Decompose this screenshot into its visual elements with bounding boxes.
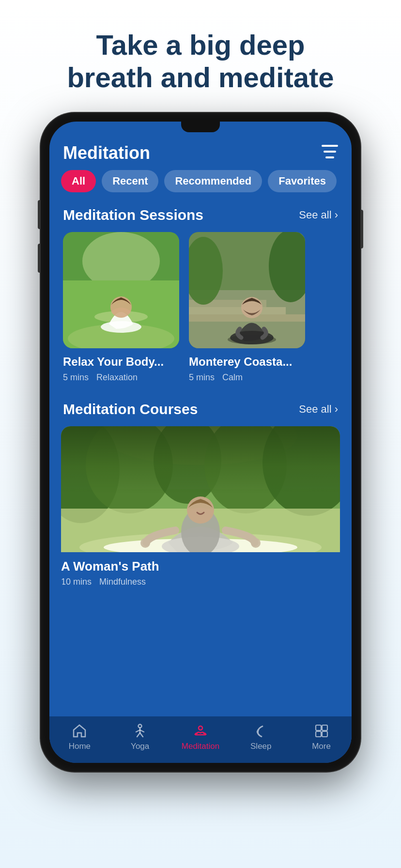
phone-screen: Meditation All Recent Recommended Favor [49, 122, 352, 763]
bottom-nav: Home Yoga [49, 716, 352, 763]
session-2-duration: 5 mins [189, 372, 215, 383]
svg-point-33 [251, 538, 261, 548]
svg-point-8 [101, 321, 141, 333]
session-thumb-2 [189, 232, 305, 348]
svg-point-37 [199, 726, 202, 730]
nav-meditation[interactable]: Meditation [179, 723, 222, 751]
filter-tab-favorites[interactable]: Favorites [268, 170, 337, 192]
session-card-1[interactable]: Relax Your Body... 5 mins Relaxation [63, 232, 179, 382]
courses-header: Meditation Courses See all › [49, 401, 352, 426]
course-info-1: A Woman's Path 10 mins Mindfulness [61, 552, 340, 589]
session-thumb-1 [63, 232, 179, 348]
courses-section: Meditation Courses See all › [49, 394, 352, 589]
nav-sleep[interactable]: Sleep [239, 723, 283, 751]
course-1-duration: 10 mins [61, 577, 92, 587]
session-2-name: Monterey Coasta... [189, 354, 305, 369]
session-1-duration: 5 mins [63, 372, 89, 383]
sessions-title: Meditation Sessions [63, 207, 203, 223]
session-1-tag: Relaxation [96, 372, 138, 383]
phone-frame: Meditation All Recent Recommended Favor [41, 113, 360, 772]
svg-rect-39 [322, 725, 327, 730]
session-card-2[interactable]: Monterey Coasta... 5 mins Calm [189, 232, 305, 382]
svg-rect-0 [322, 145, 338, 147]
course-1-name: A Woman's Path [61, 559, 340, 574]
session-1-name: Relax Your Body... [63, 354, 179, 369]
session-1-meta: 5 mins Relaxation [63, 372, 179, 383]
filter-tab-recommended[interactable]: Recommended [164, 170, 262, 192]
nav-home[interactable]: Home [58, 723, 101, 751]
svg-point-32 [140, 538, 150, 548]
svg-rect-1 [324, 151, 336, 153]
phone-mockup: Meditation All Recent Recommended Favor [41, 113, 360, 772]
svg-rect-21 [61, 426, 340, 489]
courses-see-all[interactable]: See all › [299, 403, 338, 416]
nav-yoga[interactable]: Yoga [118, 723, 162, 751]
course-1-tag: Mindfulness [99, 577, 146, 587]
svg-point-36 [139, 725, 142, 728]
sessions-see-all[interactable]: See all › [299, 209, 338, 221]
filter-icon[interactable] [322, 145, 338, 162]
nav-more[interactable]: More [300, 723, 343, 751]
sessions-section: Meditation Sessions See all › [49, 202, 352, 394]
svg-rect-2 [325, 156, 334, 158]
svg-point-25 [154, 426, 221, 504]
course-card-1[interactable]: A Woman's Path 10 mins Mindfulness [61, 426, 340, 589]
filter-tab-all[interactable]: All [61, 170, 96, 192]
app-header: Meditation [49, 135, 352, 170]
svg-rect-13 [189, 307, 286, 314]
courses-title: Meditation Courses [63, 401, 198, 418]
phone-notch [181, 122, 220, 132]
nav-more-label: More [312, 742, 331, 751]
screen-content: Meditation All Recent Recommended Favor [49, 122, 352, 716]
course-thumb-1 [61, 426, 340, 552]
page-headline: Take a big deep breath and meditate [47, 0, 353, 108]
svg-rect-38 [316, 725, 321, 730]
session-2-meta: 5 mins Calm [189, 372, 305, 383]
svg-point-22 [104, 426, 297, 465]
sessions-list: Relax Your Body... 5 mins Relaxation [49, 232, 352, 394]
nav-home-label: Home [69, 742, 91, 751]
nav-meditation-label: Meditation [182, 742, 219, 751]
filter-tabs: All Recent Recommended Favorites [49, 170, 352, 202]
session-2-tag: Calm [222, 372, 243, 383]
course-1-meta: 10 mins Mindfulness [61, 577, 340, 587]
svg-rect-41 [322, 731, 327, 737]
filter-tab-recent[interactable]: Recent [102, 170, 158, 192]
app-title: Meditation [63, 143, 150, 163]
nav-yoga-label: Yoga [131, 742, 149, 751]
nav-sleep-label: Sleep [250, 742, 271, 751]
svg-rect-40 [316, 731, 321, 737]
sessions-header: Meditation Sessions See all › [49, 207, 352, 232]
